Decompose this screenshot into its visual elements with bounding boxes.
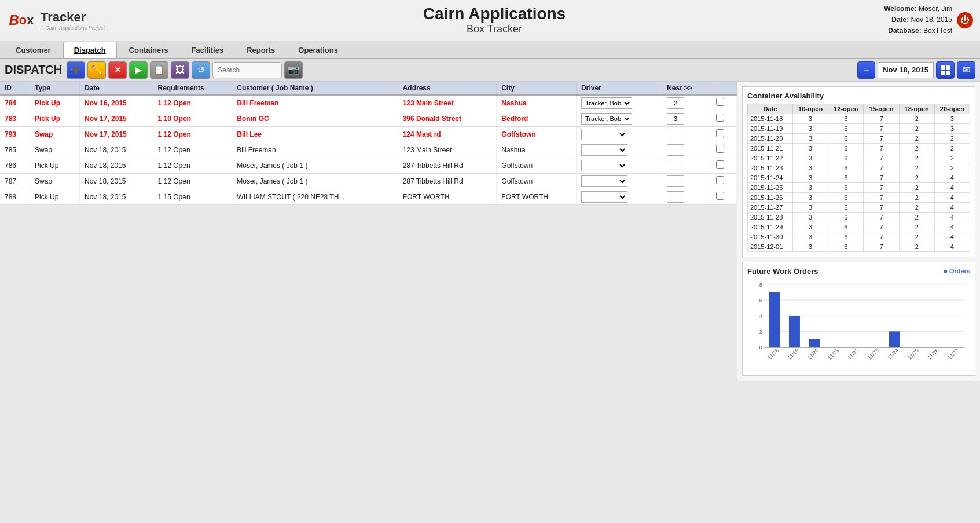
nest-input[interactable] [667, 97, 684, 109]
cell-nest[interactable] [662, 126, 711, 142]
refresh-button[interactable]: ↺ [192, 61, 210, 79]
cell-type: Swap [30, 173, 80, 189]
search-input[interactable] [212, 62, 282, 78]
driver-select[interactable] [581, 160, 627, 171]
col-date: Date [80, 82, 153, 95]
nest-input[interactable] [667, 191, 684, 203]
back-button[interactable]: ← [857, 61, 875, 79]
nav-tab-reports[interactable]: Reports [236, 42, 286, 58]
welcome-label: Welcome: Moser, Jim [884, 5, 952, 13]
row-checkbox[interactable] [716, 98, 724, 106]
row-checkbox[interactable] [716, 160, 724, 169]
avail-15: 7 [864, 123, 899, 133]
col-customer: Customer ( Job Name ) [232, 82, 398, 95]
avail-20: 4 [934, 192, 970, 202]
cell-checkbox[interactable] [711, 158, 737, 173]
cell-checkbox[interactable] [711, 111, 737, 126]
nav-tab-facilities[interactable]: Facilities [181, 42, 235, 58]
avail-15: 7 [864, 153, 899, 163]
cell-nest[interactable] [662, 158, 711, 173]
driver-select[interactable] [581, 144, 627, 156]
nest-input[interactable] [667, 160, 684, 171]
svg-text:11/27: 11/27 [946, 347, 960, 360]
svg-rect-1 [946, 65, 950, 70]
nav-tab-dispatch[interactable]: Dispatch [63, 42, 117, 58]
table-row: 793 Swap Nov 17, 2015 1 12 Open Bill Lee… [0, 126, 737, 142]
cell-id: 783 [0, 111, 30, 126]
cell-date: Nov 18, 2015 [80, 173, 153, 189]
driver-select[interactable]: Tracker, Bob [581, 113, 632, 125]
cell-checkbox[interactable] [711, 95, 737, 111]
cell-checkbox[interactable] [711, 126, 737, 142]
delete-button[interactable]: ✕ [108, 61, 127, 79]
row-checkbox[interactable] [716, 176, 724, 184]
cell-driver[interactable] [577, 158, 662, 173]
driver-select[interactable]: Tracker, Bob [581, 97, 632, 109]
nest-input[interactable] [667, 129, 684, 140]
cell-checkbox[interactable] [711, 189, 737, 204]
nav-tab-containers[interactable]: Containers [118, 42, 179, 58]
avail-date: 2015-11-20 [748, 133, 793, 143]
nest-input[interactable] [667, 113, 684, 125]
avail-12: 6 [828, 212, 864, 222]
cell-type: Pick Up [30, 189, 80, 204]
cell-id: 785 [0, 142, 30, 158]
cell-address: 287 Tibbetts Hill Rd [398, 173, 497, 189]
nav-tab-operations[interactable]: Operations [287, 42, 349, 58]
cell-nest[interactable] [662, 142, 711, 158]
cell-req: 1 12 Open [153, 173, 232, 189]
cell-nest[interactable] [662, 189, 711, 204]
cell-nest[interactable] [662, 111, 711, 126]
edit-button[interactable]: ✏️ [87, 61, 106, 79]
driver-select[interactable] [581, 129, 627, 140]
add-button[interactable]: ➕ [67, 61, 85, 79]
mail-button[interactable]: ✉ [957, 61, 975, 79]
row-checkbox[interactable] [716, 129, 724, 137]
power-button[interactable] [957, 12, 973, 28]
avail-20: 4 [934, 242, 970, 251]
avail-date: 2015-11-27 [748, 202, 793, 212]
cell-driver[interactable] [577, 126, 662, 142]
avail-18: 2 [899, 222, 934, 232]
avail-18: 2 [899, 133, 934, 143]
grid-view-button[interactable] [936, 61, 955, 79]
driver-select[interactable] [581, 191, 627, 203]
cell-nest[interactable] [662, 173, 711, 189]
row-checkbox[interactable] [716, 145, 724, 153]
cell-date: Nov 17, 2015 [80, 111, 153, 126]
cell-city: Bedford [497, 111, 577, 126]
cell-driver[interactable]: Tracker, Bob [577, 111, 662, 126]
tracker-label: Tracker [41, 10, 105, 25]
cell-driver[interactable] [577, 189, 662, 204]
driver-select[interactable] [581, 175, 627, 187]
nav-tab-customer[interactable]: Customer [5, 42, 62, 58]
svg-text:11/21: 11/21 [827, 347, 840, 360]
row-checkbox[interactable] [716, 192, 724, 200]
cell-address: 396 Donald Street [398, 111, 497, 126]
cell-driver[interactable]: Tracker, Bob [577, 95, 662, 111]
avail-row: 2015-11-20 3 6 7 2 2 [748, 133, 970, 143]
avail-row: 2015-11-25 3 6 7 2 4 [748, 182, 970, 192]
col-driver: Driver [577, 82, 662, 95]
svg-text:11/24: 11/24 [887, 347, 900, 360]
avail-date: 2015-11-24 [748, 173, 793, 182]
nest-input[interactable] [667, 175, 684, 187]
cell-driver[interactable] [577, 173, 662, 189]
avail-12: 6 [828, 123, 864, 133]
avail-row: 2015-11-27 3 6 7 2 4 [748, 202, 970, 212]
camera-button[interactable]: 📷 [284, 61, 303, 79]
header: Box Tracker A Cairn Applications Project… [0, 0, 980, 41]
avail-10: 3 [793, 222, 828, 232]
clipboard-button[interactable]: 📋 [150, 61, 168, 79]
cell-checkbox[interactable] [711, 142, 737, 158]
cell-nest[interactable] [662, 95, 711, 111]
row-checkbox[interactable] [716, 114, 724, 122]
nest-input[interactable] [667, 144, 684, 156]
photo-button[interactable]: 🖼 [171, 61, 189, 79]
dispatch-tbody: 784 Pick Up Nov 16, 2015 1 12 Open Bill … [0, 95, 737, 205]
avail-20: 4 [934, 212, 970, 222]
cell-checkbox[interactable] [711, 173, 737, 189]
avail-15: 7 [864, 163, 899, 173]
cell-driver[interactable] [577, 142, 662, 158]
play-button[interactable]: ▶ [129, 61, 148, 79]
